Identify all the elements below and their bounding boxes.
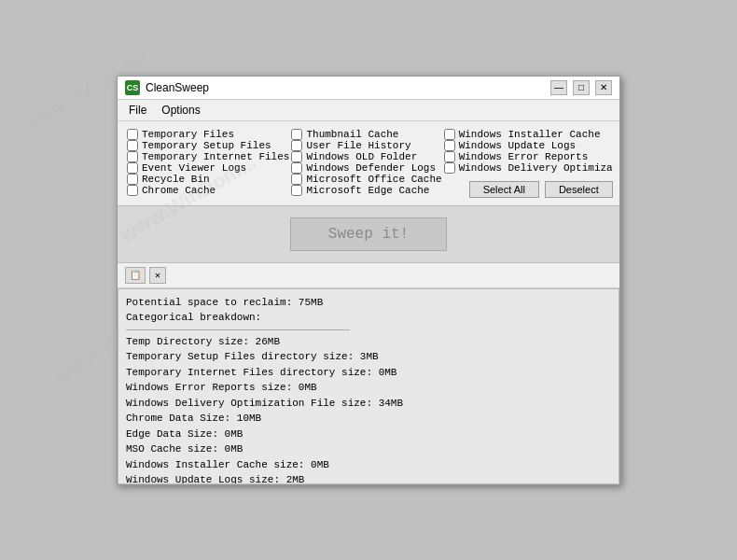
checkbox-temporary-internet-input[interactable] [127, 151, 138, 162]
tab-close-icon[interactable]: ✕ [149, 267, 166, 284]
checkbox-ms-edge-cache-input[interactable] [291, 185, 302, 196]
col2: Thumbnail Cache User File History Window… [291, 129, 441, 198]
checkbox-thumbnail-cache-input[interactable] [291, 129, 302, 140]
output-line: Potential space to reclaim: 75MB [126, 295, 611, 311]
checkbox-windows-old-input[interactable] [291, 151, 302, 162]
checkbox-chrome-cache: Chrome Cache [127, 185, 289, 196]
checkbox-ms-office-cache: Microsoft Office Cache [291, 174, 441, 185]
sweep-area: Sweep it! [118, 205, 619, 263]
checkbox-windows-old-label: Windows OLD Folder [306, 151, 417, 162]
output-line: Chrome Data Size: 10MB [126, 411, 611, 427]
close-button[interactable]: ✕ [595, 80, 612, 95]
checkbox-event-viewer: Event Viewer Logs [127, 162, 289, 174]
col3: Windows Installer Cache Windows Update L… [444, 129, 613, 198]
checkbox-user-file-history-input[interactable] [291, 140, 302, 151]
output-line: Temporary Internet Files directory size:… [126, 365, 611, 381]
checkbox-user-file-history-label: User File History [306, 140, 410, 151]
checkbox-ms-office-cache-input[interactable] [291, 174, 302, 185]
maximize-button[interactable]: □ [573, 80, 590, 95]
main-window: CS CleanSweep — □ ✕ File Options Tempora… [117, 76, 620, 485]
checkbox-windows-old: Windows OLD Folder [291, 151, 441, 162]
checkbox-recycle-bin: Recycle Bin [127, 174, 289, 185]
checkbox-temporary-files-input[interactable] [127, 129, 138, 140]
menu-bar: File Options [118, 100, 619, 121]
checkbox-temporary-setup-input[interactable] [127, 140, 138, 151]
menu-file[interactable]: File [121, 102, 154, 119]
app-icon: CS [125, 80, 140, 95]
checkbox-thumbnail-cache-label: Thumbnail Cache [306, 129, 398, 140]
checkbox-event-viewer-input[interactable] [127, 162, 138, 174]
checkbox-windows-installer-input[interactable] [444, 129, 455, 140]
output-line: Edge Data Size: 0MB [126, 427, 611, 442]
checkbox-windows-error-reports: Windows Error Reports [444, 151, 613, 162]
select-all-button[interactable]: Select All [469, 181, 539, 198]
tab-copy-icon[interactable]: 📋 [125, 267, 146, 284]
checkbox-windows-error-reports-input[interactable] [444, 151, 455, 162]
checkbox-chrome-cache-label: Chrome Cache [142, 185, 216, 196]
output-line: Temp Directory size: 26MB [126, 334, 611, 350]
checkbox-windows-installer: Windows Installer Cache [444, 129, 613, 140]
checkbox-user-file-history: User File History [291, 140, 441, 151]
output-line: Windows Update Logs size: 2MB [126, 472, 611, 484]
checkbox-windows-delivery-input[interactable] [444, 162, 455, 174]
output-line: Windows Error Reports size: 0MB [126, 380, 611, 396]
checkbox-windows-delivery: Windows Delivery Optimiza [444, 162, 613, 174]
checkbox-windows-update-logs-label: Windows Update Logs [459, 140, 576, 151]
title-bar-left: CS CleanSweep [125, 80, 209, 95]
checkbox-thumbnail-cache: Thumbnail Cache [291, 129, 441, 140]
checkbox-temporary-files-label: Temporary Files [142, 129, 234, 140]
sweep-button[interactable]: Sweep it! [290, 217, 447, 251]
checkbox-windows-update-logs-input[interactable] [444, 140, 455, 151]
checkbox-recycle-bin-label: Recycle Bin [142, 174, 210, 185]
action-buttons-row: Select All Deselect [444, 181, 613, 198]
title-controls: — □ ✕ [550, 80, 612, 95]
output-line: Windows Installer Cache size: 0MB [126, 457, 611, 473]
checkbox-recycle-bin-input[interactable] [127, 174, 138, 185]
tabs-row: 📋 ✕ [118, 263, 619, 288]
output-area[interactable]: Potential space to reclaim: 75MBCategori… [118, 288, 619, 484]
checkbox-temporary-setup-label: Temporary Setup Files [142, 140, 271, 151]
minimize-button[interactable]: — [550, 80, 567, 95]
checkbox-windows-update-logs: Windows Update Logs [444, 140, 613, 151]
output-line: Categorical breakdown: [126, 310, 611, 326]
checkbox-event-viewer-label: Event Viewer Logs [142, 162, 246, 174]
deselect-button[interactable]: Deselect [545, 181, 613, 198]
output-line: Windows Delivery Optimization File size:… [126, 396, 611, 412]
output-content: Potential space to reclaim: 75MBCategori… [126, 295, 611, 484]
checkbox-windows-defender-input[interactable] [291, 162, 302, 174]
checkbox-windows-installer-label: Windows Installer Cache [459, 129, 601, 140]
checkbox-temporary-internet-label: Temporary Internet Files [142, 151, 289, 162]
checkbox-windows-defender-label: Windows Defender Logs [306, 162, 436, 174]
checkbox-ms-edge-cache: Microsoft Edge Cache [291, 185, 441, 196]
output-line: Temporary Setup Files directory size: 3M… [126, 349, 611, 365]
checkbox-windows-error-reports-label: Windows Error Reports [459, 151, 589, 162]
output-divider [126, 329, 350, 330]
checkbox-windows-delivery-label: Windows Delivery Optimiza [459, 162, 613, 174]
col1: Temporary Files Temporary Setup Files Te… [127, 129, 289, 198]
checkbox-temporary-internet: Temporary Internet Files [127, 151, 289, 162]
checkbox-ms-office-cache-label: Microsoft Office Cache [306, 174, 441, 185]
menu-options[interactable]: Options [154, 102, 207, 119]
title-bar: CS CleanSweep — □ ✕ [118, 77, 619, 100]
checkboxes-area: Temporary Files Temporary Setup Files Te… [118, 121, 619, 205]
output-line: MSO Cache size: 0MB [126, 441, 611, 457]
window-title: CleanSweep [146, 81, 209, 94]
checkbox-temporary-files: Temporary Files [127, 129, 289, 140]
checkbox-temporary-setup: Temporary Setup Files [127, 140, 289, 151]
checkbox-chrome-cache-input[interactable] [127, 185, 138, 196]
checkbox-windows-defender: Windows Defender Logs [291, 162, 441, 174]
checkbox-ms-edge-cache-label: Microsoft Edge Cache [306, 185, 429, 196]
